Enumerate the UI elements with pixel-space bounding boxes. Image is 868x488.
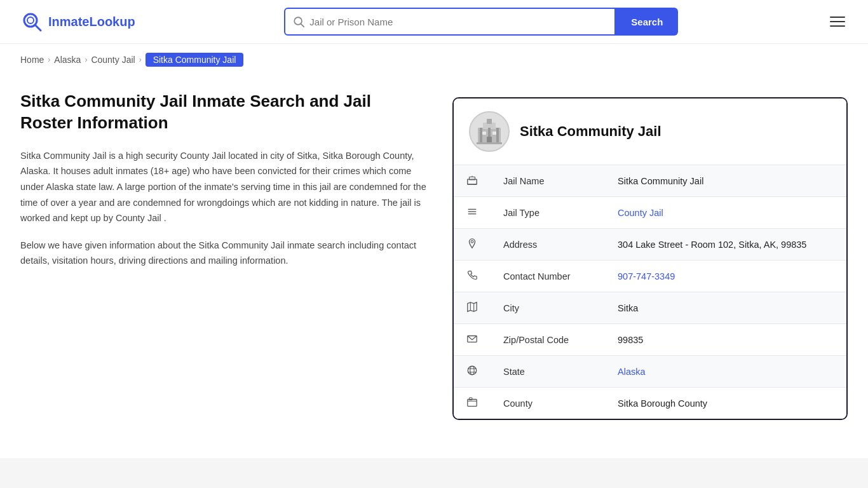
svg-marker-23 xyxy=(468,302,477,311)
row-link[interactable]: County Jail xyxy=(618,208,663,218)
row-value: Sitka xyxy=(605,292,846,324)
row-value[interactable]: Alaska xyxy=(605,356,846,388)
hamburger-line-2 xyxy=(830,21,845,22)
breadcrumb: Home › Alaska › County Jail › Sitka Comm… xyxy=(0,44,868,76)
row-value: 99835 xyxy=(605,324,846,356)
search-input[interactable] xyxy=(309,17,607,27)
table-row: Contact Number907-747-3349 xyxy=(454,261,846,292)
row-icon xyxy=(454,165,491,197)
jail-avatar xyxy=(469,111,510,152)
svg-point-27 xyxy=(468,366,477,375)
breadcrumb-alaska[interactable]: Alaska xyxy=(54,55,81,65)
svg-rect-7 xyxy=(487,119,492,124)
svg-line-1 xyxy=(35,25,41,30)
row-value[interactable]: 907-747-3349 xyxy=(605,261,846,292)
row-value: Sitka Community Jail xyxy=(605,165,846,197)
breadcrumb-current: Sitka Community Jail xyxy=(146,53,244,67)
breadcrumb-county-jail[interactable]: County Jail xyxy=(91,55,135,65)
site-header: InmateLookup Search xyxy=(0,0,868,44)
main-content: Sitka Community Jail Inmate Search and J… xyxy=(0,76,868,445)
right-column: Sitka Community Jail Jail NameSitka Comm… xyxy=(452,91,848,420)
row-label: Jail Name xyxy=(491,165,605,197)
svg-line-4 xyxy=(301,24,304,27)
row-icon xyxy=(454,324,491,356)
row-label: Zip/Postal Code xyxy=(491,324,605,356)
row-label: State xyxy=(491,356,605,388)
svg-point-22 xyxy=(471,241,473,243)
table-row: Jail NameSitka Community Jail xyxy=(454,165,846,197)
card-jail-name: Sitka Community Jail xyxy=(520,123,661,140)
svg-rect-12 xyxy=(492,132,496,135)
breadcrumb-home[interactable]: Home xyxy=(20,55,44,65)
row-link[interactable]: 907-747-3349 xyxy=(618,271,675,281)
svg-rect-10 xyxy=(496,128,499,143)
logo-link[interactable]: InmateLookup xyxy=(20,10,135,33)
table-row: StateAlaska xyxy=(454,356,846,388)
row-label: Contact Number xyxy=(491,261,605,292)
table-row: Jail TypeCounty Jail xyxy=(454,197,846,229)
row-label: Jail Type xyxy=(491,197,605,229)
row-value[interactable]: County Jail xyxy=(605,197,846,229)
svg-point-2 xyxy=(27,17,34,24)
svg-point-28 xyxy=(470,366,474,375)
row-label: City xyxy=(491,292,605,324)
row-label: Address xyxy=(491,229,605,261)
card-header: Sitka Community Jail xyxy=(454,98,846,165)
hamburger-line-3 xyxy=(830,25,845,27)
table-row: Address304 Lake Street - Room 102, Sitka… xyxy=(454,229,846,261)
row-value: 304 Lake Street - Room 102, Sitka, AK, 9… xyxy=(605,229,846,261)
table-row: Zip/Postal Code99835 xyxy=(454,324,846,356)
row-value: Sitka Borough County xyxy=(605,388,846,419)
search-button[interactable]: Search xyxy=(616,8,678,36)
svg-rect-11 xyxy=(482,132,486,135)
logo-icon xyxy=(20,10,43,33)
svg-rect-8 xyxy=(480,128,482,143)
info-table: Jail NameSitka Community JailJail TypeCo… xyxy=(454,165,846,419)
footer-area xyxy=(0,458,868,488)
row-icon xyxy=(454,388,491,419)
table-row: CountySitka Borough County xyxy=(454,388,846,419)
breadcrumb-sep-1: › xyxy=(48,55,50,64)
search-area: Search xyxy=(284,8,678,36)
search-icon xyxy=(293,16,304,27)
search-box xyxy=(284,8,616,36)
hamburger-menu[interactable] xyxy=(827,14,848,29)
row-link[interactable]: Alaska xyxy=(618,367,646,377)
info-card: Sitka Community Jail Jail NameSitka Comm… xyxy=(452,97,848,420)
svg-rect-13 xyxy=(487,137,492,143)
page-title: Sitka Community Jail Inmate Search and J… xyxy=(20,91,427,134)
svg-rect-14 xyxy=(477,142,502,144)
left-column: Sitka Community Jail Inmate Search and J… xyxy=(20,91,427,420)
page-desc-1: Sitka Community Jail is a high security … xyxy=(20,148,427,226)
breadcrumb-sep-3: › xyxy=(139,55,142,64)
row-icon xyxy=(454,356,491,388)
row-icon xyxy=(454,197,491,229)
building-icon xyxy=(474,116,505,147)
svg-rect-31 xyxy=(468,400,477,407)
row-icon xyxy=(454,261,491,292)
logo-text: InmateLookup xyxy=(48,15,135,29)
breadcrumb-sep-2: › xyxy=(85,55,87,64)
page-desc-2: Below we have given information about th… xyxy=(20,238,427,269)
hamburger-line-1 xyxy=(830,17,845,18)
row-icon xyxy=(454,229,491,261)
row-icon xyxy=(454,292,491,324)
table-row: CitySitka xyxy=(454,292,846,324)
row-label: County xyxy=(491,388,605,419)
